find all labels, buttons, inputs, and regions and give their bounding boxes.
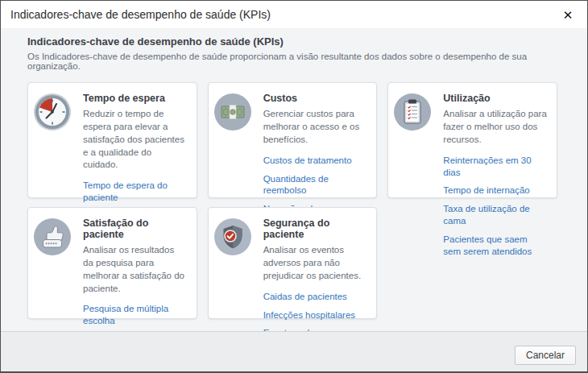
kpi-link-caidas-de-pacientes[interactable]: Caidas de pacientes xyxy=(263,291,367,303)
card-title: Custos xyxy=(263,93,367,104)
kpi-dialog: Indicadores-chave de desempenho de saúde… xyxy=(0,0,588,373)
card-links: Reinternações em 30 dias Tempo de intern… xyxy=(443,155,547,259)
card-title: Satisfação do paciente xyxy=(83,218,187,240)
dialog-body: Indicadores-chave de desempenho de saúde… xyxy=(1,28,587,331)
card-description: Reduzir o tempo de espera para elevar a … xyxy=(83,108,187,172)
dialog-titlebar: Indicadores-chave de desempenho de saúde… xyxy=(1,1,587,28)
shield-icon xyxy=(213,218,252,256)
page-description: Os Indicadores-chave de desempenho de sa… xyxy=(27,52,557,71)
kpi-card-custos: Custos Gerenciar custos para melhorar o … xyxy=(208,82,378,198)
card-title: Tempo de espera xyxy=(83,93,187,104)
kpi-link-pesquisa-multipla-escolha[interactable]: Pesquisa de múltipla escolha xyxy=(83,303,187,327)
kpi-cards-grid: Tempo de espera Reduzir o tempo de esper… xyxy=(27,82,557,319)
card-description: Analisar os eventos adversos para não pr… xyxy=(263,244,367,283)
cancel-button[interactable]: Cancelar xyxy=(515,346,576,365)
dialog-title: Indicadores-chave de desempenho de saúde… xyxy=(10,8,271,21)
kpi-link-custos-tratamento[interactable]: Custos de tratamento xyxy=(263,155,367,167)
stopwatch-icon xyxy=(33,93,72,131)
clipboard-icon xyxy=(393,93,432,131)
card-description: Gerenciar custos para melhorar o acesso … xyxy=(263,108,367,147)
dialog-footer: Cancelar xyxy=(1,331,587,371)
kpi-link-quantidades-reembolso[interactable]: Quantidades de reembolso xyxy=(263,173,367,197)
money-icon xyxy=(213,93,252,131)
kpi-link-infeccoes-hospitalares[interactable]: Infecções hospitalares xyxy=(263,309,367,321)
kpi-link-tempo-espera-paciente[interactable]: Tempo de espera do paciente xyxy=(83,180,187,204)
kpi-link-tempo-internacao[interactable]: Tempo de internação xyxy=(443,184,547,197)
kpi-link-taxa-utilizacao-cama[interactable]: Taxa de utilização de cama xyxy=(443,203,547,227)
card-description: Analisar os resultados da pesquisa para … xyxy=(83,244,187,295)
kpi-card-tempo-de-espera: Tempo de espera Reduzir o tempo de esper… xyxy=(27,82,197,198)
card-title: Utilização xyxy=(443,93,547,104)
kpi-card-seguranca-do-paciente: Segurança do paciente Analisar os evento… xyxy=(208,207,378,319)
card-description: Analisar a utilização para fazer o melho… xyxy=(443,108,547,147)
card-title: Segurança do paciente xyxy=(263,218,367,240)
thumbs-up-icon xyxy=(33,218,72,256)
kpi-link-reinternacoes-30-dias[interactable]: Reinternações em 30 dias xyxy=(443,155,547,179)
kpi-card-satisfacao-do-paciente: Satisfação do paciente Analisar os resul… xyxy=(27,207,197,319)
kpi-link-pacientes-saem-sem-atendimento[interactable]: Pacientes que saem sem serem atendidos xyxy=(443,234,547,258)
close-icon[interactable]: ✕ xyxy=(558,5,578,24)
page-title: Indicadores-chave de desempenho de saúde… xyxy=(27,35,557,48)
kpi-card-utilizacao: Utilização Analisar a utilização para fa… xyxy=(387,82,557,198)
